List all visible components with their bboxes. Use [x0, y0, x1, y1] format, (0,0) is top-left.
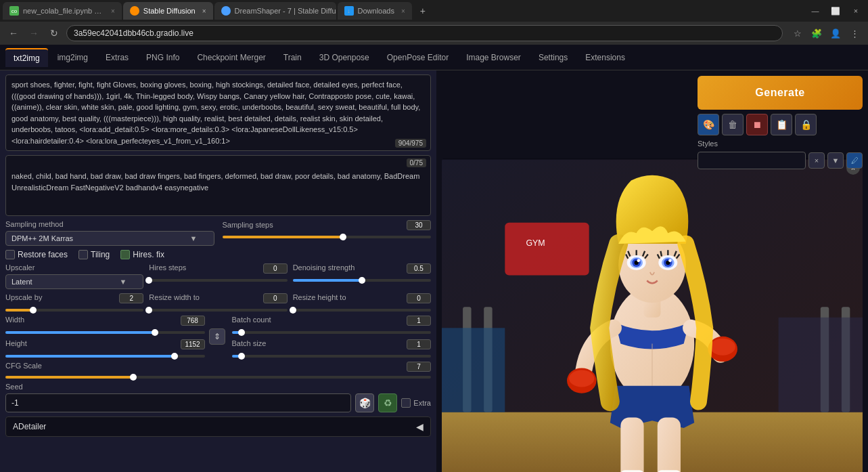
restore-faces-checkbox[interactable]: Restore faces	[5, 250, 68, 259]
resize-height-slider[interactable]	[293, 309, 431, 312]
minimize-btn[interactable]: —	[806, 1, 825, 20]
upscaler-select[interactable]: Latent ▼	[5, 274, 143, 289]
right-panel: Generate 🎨 🗑 ⏹ 📋 🔒 Styles × ▼ 🖊	[436, 70, 868, 472]
tab-checkpoint-merger[interactable]: Checkpoint Merger	[189, 49, 273, 66]
seed-input[interactable]	[5, 393, 351, 412]
svg-text:GYM: GYM	[526, 238, 545, 248]
tab-close-4[interactable]: ×	[401, 7, 405, 15]
width-label: Width	[5, 316, 24, 324]
resize-height-label: Resize height to	[293, 293, 346, 302]
main-layout: sport shoes, fighter, fight, fight Glove…	[0, 70, 868, 472]
trash-btn[interactable]: 🗑	[722, 114, 744, 135]
adetailer-arrow-icon: ◀	[416, 421, 424, 432]
tab-downloads[interactable]: ↓ Downloads ×	[338, 2, 412, 20]
url-display[interactable]: 3a59ec42041dbb46cb.gradio.live	[66, 25, 783, 41]
tab-extensions[interactable]: Extensions	[577, 49, 633, 66]
tab-stable-diffusion[interactable]: Stable Diffusion ×	[123, 2, 213, 20]
tab-image-browser[interactable]: Image Browser	[458, 49, 529, 66]
styles-input[interactable]	[698, 152, 806, 169]
negative-prompt-text: naked, child, bad hand, bad draw, bad dr…	[12, 171, 425, 211]
lock-btn[interactable]: 🔒	[795, 114, 817, 135]
height-slider[interactable]	[5, 355, 205, 358]
hires-fix-checkbox[interactable]: Hires. fix	[120, 250, 164, 259]
close-window-btn[interactable]: ×	[846, 1, 865, 20]
tab-extras[interactable]: Extras	[97, 49, 137, 66]
tab-img2img[interactable]: img2img	[49, 49, 96, 66]
sampling-steps-label: Sampling steps	[223, 221, 273, 229]
tab-settings[interactable]: Settings	[530, 49, 576, 66]
upscale-by-slider[interactable]	[5, 309, 143, 312]
tab-3d-openpose[interactable]: 3D Openpose	[311, 49, 378, 66]
styles-label: Styles	[698, 140, 718, 148]
address-bar: ← → ↻ 3a59ec42041dbb46cb.gradio.live ☆ 🧩…	[0, 22, 868, 45]
new-tab-btn[interactable]: +	[413, 2, 432, 20]
styles-x-btn[interactable]: ×	[808, 152, 825, 169]
sampling-steps-slider[interactable]	[223, 236, 432, 238]
tab-downloads-label: Downloads	[358, 7, 394, 15]
upscaler-label: Upscaler	[5, 263, 143, 272]
url-text: 3a59ec42041dbb46cb.gradio.live	[74, 28, 193, 38]
bookmark-btn[interactable]: ☆	[790, 25, 806, 41]
forward-btn[interactable]: →	[26, 25, 42, 41]
tab-close-1[interactable]: ×	[111, 7, 115, 15]
svg-rect-7	[779, 318, 863, 412]
paint-btn[interactable]: 🎨	[698, 114, 719, 135]
profile-btn[interactable]: 👤	[827, 25, 844, 41]
hires-steps-value: 0	[263, 263, 288, 274]
batch-size-value: 1	[407, 339, 431, 349]
svg-rect-6	[442, 328, 505, 412]
sampling-method-select[interactable]: DPM++ 2M Karras ▼	[5, 231, 214, 246]
svg-point-17	[569, 370, 594, 387]
resize-width-label: Resize width to	[149, 293, 200, 302]
recycle-btn[interactable]: ♻	[378, 393, 397, 412]
dice-btn[interactable]: 🎲	[355, 393, 374, 412]
tab-close-2[interactable]: ×	[202, 7, 206, 15]
denoising-label: Denoising strength	[293, 263, 355, 272]
extra-seed-checkbox[interactable]: Extra	[401, 398, 431, 408]
hires-steps-slider[interactable]	[149, 279, 287, 282]
tab-colab-label: new_colab_file.ipynb – Colabora...	[23, 7, 104, 15]
generated-image: GYM	[442, 158, 863, 472]
checkboxes-row: Restore faces Tiling Hires. fix	[5, 250, 431, 259]
batch-count-label: Batch count	[232, 316, 271, 324]
tiling-checkbox[interactable]: Tiling	[78, 250, 110, 259]
back-btn[interactable]: ←	[5, 25, 22, 41]
reload-btn[interactable]: ↻	[46, 25, 62, 41]
extension-btn[interactable]: 🧩	[808, 25, 825, 41]
tab-txt2img[interactable]: txt2img	[5, 48, 48, 67]
batch-size-label: Batch size	[232, 339, 267, 348]
batch-count-slider[interactable]	[232, 331, 432, 334]
maximize-btn[interactable]: ⬜	[826, 1, 845, 20]
tab-colab[interactable]: co new_colab_file.ipynb – Colabora... ×	[3, 2, 122, 20]
generate-button[interactable]: Generate	[698, 76, 863, 110]
styles-add-btn[interactable]: 🖊	[846, 152, 863, 169]
tab-png-info[interactable]: PNG Info	[138, 49, 187, 66]
height-label: Height	[5, 339, 27, 348]
neg-counter: 0/75	[407, 158, 426, 167]
tab-sd-label: Stable Diffusion	[143, 7, 196, 15]
tab-dreamshaper[interactable]: DreamShaper - 7 | Stable Diffusi... ×	[214, 2, 336, 20]
main-image-container: ×	[442, 158, 863, 472]
positive-prompt-box[interactable]: sport shoes, fighter, fight, fight Glove…	[5, 74, 431, 151]
cfg-scale-slider[interactable]	[5, 376, 431, 379]
seed-label: Seed	[5, 383, 431, 391]
link-dimensions-btn[interactable]: ⇕	[209, 328, 225, 345]
tab-openpose-editor[interactable]: OpenPose Editor	[379, 49, 457, 66]
menu-btn[interactable]: ⋮	[846, 25, 863, 41]
styles-chevron-icon[interactable]: ▼	[827, 152, 844, 169]
batch-size-slider[interactable]	[232, 355, 432, 358]
adetailer-section[interactable]: ADetailer ◀	[5, 416, 431, 437]
negative-prompt-box[interactable]: 0/75 naked, child, bad hand, bad draw, b…	[5, 155, 431, 216]
sampling-method-label: Sampling method	[5, 220, 214, 228]
sampling-steps-value: 30	[407, 220, 431, 230]
svg-point-31	[668, 259, 672, 262]
resize-width-slider[interactable]	[149, 309, 287, 312]
svg-rect-8	[505, 223, 589, 276]
stop-btn[interactable]: ⏹	[746, 114, 768, 135]
denoising-slider[interactable]	[293, 279, 431, 282]
generate-area: Generate 🎨 🗑 ⏹ 📋 🔒 Styles × ▼ 🖊	[692, 70, 868, 175]
copy-btn[interactable]: 📋	[771, 114, 792, 135]
height-value: 1152	[181, 339, 205, 349]
tab-train[interactable]: Train	[275, 49, 310, 66]
width-slider[interactable]	[5, 331, 205, 334]
